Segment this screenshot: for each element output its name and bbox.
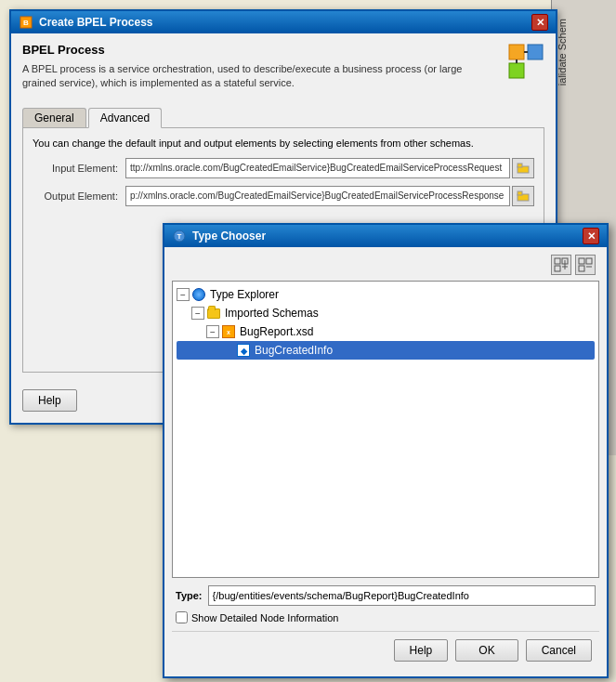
tabs-bar: General Advanced <box>22 108 544 128</box>
browse-icon-2 <box>517 190 530 202</box>
bpel-dialog-title: Create BPEL Process <box>39 16 153 29</box>
svg-text:T: T <box>177 232 182 241</box>
chooser-close-button[interactable]: ✕ <box>583 228 599 244</box>
type-chooser-dialog: T Type Chooser ✕ <box>163 223 609 678</box>
tree-label-bug-created-info: BugCreatedInfo <box>255 344 333 357</box>
browse-icon <box>517 163 530 174</box>
chooser-titlebar-left: T Type Chooser <box>172 229 266 243</box>
expand-tree-icon <box>554 257 569 272</box>
svg-text:B: B <box>23 19 29 27</box>
bpel-title-icon: B <box>19 15 33 30</box>
output-element-field[interactable] <box>125 186 510 206</box>
chooser-toolbar <box>172 255 599 275</box>
svg-rect-20 <box>579 266 584 271</box>
tab-advanced[interactable]: Advanced <box>88 108 162 128</box>
tree-icon-world <box>191 287 206 302</box>
bpel-section-left: BPEL Process A BPEL process is a service… <box>22 43 498 100</box>
titlebar-left: B Create BPEL Process <box>19 15 153 30</box>
input-element-label: Input Element: <box>33 163 125 174</box>
tree-label-imported-schemas: Imported Schemas <box>225 307 319 320</box>
show-detailed-node-checkbox[interactable] <box>176 611 188 623</box>
svg-rect-8 <box>518 164 522 167</box>
chooser-type-row: Type: <box>172 585 599 606</box>
bpel-close-button[interactable]: ✕ <box>531 14 548 31</box>
chooser-cancel-button[interactable]: Cancel <box>526 639 592 662</box>
chooser-ok-button[interactable]: OK <box>455 639 518 662</box>
type-tree-area[interactable]: − Type Explorer − Imported Schemas − x <box>172 281 599 578</box>
validate-schema-text: ialidate Schem <box>557 19 568 85</box>
tree-toggle-type-explorer[interactable]: − <box>177 288 190 301</box>
tree-toggle-imported-schemas[interactable]: − <box>191 307 204 320</box>
input-element-browse-button[interactable] <box>512 158 534 178</box>
tree-label-type-explorer: Type Explorer <box>210 288 279 301</box>
tree-node-imported-schemas[interactable]: − Imported Schemas <box>177 304 595 322</box>
chooser-body: − Type Explorer − Imported Schemas − x <box>164 247 607 676</box>
tree-toggle-bugreport[interactable]: − <box>206 325 219 338</box>
tree-node-bugreport-xsd[interactable]: − x BugReport.xsd <box>177 322 595 341</box>
tree-node-bug-created-info[interactable]: ◆ BugCreatedInfo <box>177 341 595 360</box>
output-element-label: Output Element: <box>33 190 125 202</box>
svg-rect-10 <box>518 191 522 195</box>
svg-rect-3 <box>528 45 543 59</box>
svg-rect-15 <box>555 266 560 271</box>
svg-rect-13 <box>555 258 560 264</box>
tab-general[interactable]: General <box>22 108 86 127</box>
tab-advanced-desc: You can change the default input and out… <box>33 138 534 149</box>
toolbar-button-1[interactable] <box>551 255 571 275</box>
bpel-help-button[interactable]: Help <box>22 389 77 412</box>
input-element-field[interactable] <box>125 158 510 178</box>
chooser-help-button[interactable]: Help <box>394 639 449 662</box>
chooser-checkbox-row: Show Detailed Node Information <box>172 611 599 623</box>
svg-rect-2 <box>509 45 524 59</box>
tree-icon-folder-imported <box>206 306 221 321</box>
output-element-row: Output Element: <box>33 186 534 206</box>
input-element-row: Input Element: <box>33 158 534 178</box>
bpel-gear-icon <box>507 43 544 80</box>
chooser-dialog-title: Type Chooser <box>192 230 266 243</box>
tree-icon-element: ◆ <box>236 343 251 358</box>
chooser-footer: Help OK Cancel <box>172 631 599 669</box>
collapse-tree-icon <box>578 257 593 272</box>
svg-rect-4 <box>509 63 524 78</box>
bpel-section-desc: A BPEL process is a service orchestratio… <box>22 62 498 91</box>
tree-label-bugreport-xsd: BugReport.xsd <box>240 325 313 338</box>
bpel-icon-area <box>507 43 544 83</box>
chooser-dialog-titlebar: T Type Chooser ✕ <box>164 225 607 247</box>
chooser-title-icon: T <box>172 229 187 243</box>
output-element-browse-button[interactable] <box>512 186 534 206</box>
bpel-dialog-titlebar: B Create BPEL Process ✕ <box>11 11 556 33</box>
chooser-type-label: Type: <box>176 590 203 601</box>
tree-node-type-explorer[interactable]: − Type Explorer <box>177 285 595 304</box>
svg-rect-19 <box>586 258 592 264</box>
tree-icon-xsd: x <box>221 324 236 339</box>
toolbar-button-2[interactable] <box>575 255 596 275</box>
chooser-type-input[interactable] <box>208 585 596 606</box>
show-detailed-node-label: Show Detailed Node Information <box>191 612 338 623</box>
bpel-section-title: BPEL Process <box>22 43 498 57</box>
svg-rect-18 <box>579 258 584 264</box>
